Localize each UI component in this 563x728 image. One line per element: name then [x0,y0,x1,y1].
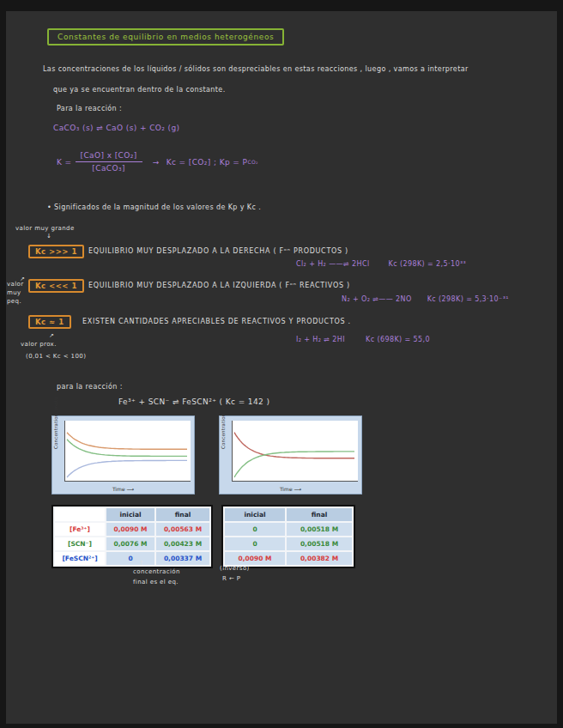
col-header-inicial: inicial [106,507,155,522]
left-chart-ylabel: Concentration, mol/L [53,396,58,449]
footnote-concentracion: concentración [133,568,180,575]
cell-inicial: 0,0090 M [106,522,155,537]
row-label: [Fe³⁺] [54,522,106,537]
down-arrow-icon: ↓ [46,233,51,240]
example-no: N₂ + O₂ ⇌—— 2NO Kc (298K) = 5,3·10⁻³¹ [342,295,509,303]
example-hi: I₂ + H₂ ⇌ 2HI Kc (698K) = 55,0 [296,336,430,343]
right-arrow-icon: → [153,158,160,167]
intro-line-2: que ya se encuentran dentro de la consta… [53,86,226,94]
no-equation: N₂ + O₂ ⇌—— 2NO [342,295,412,303]
left-chart-lines [65,421,191,480]
k-denominator: [CaCO₃] [76,162,142,173]
caption-displaced-right: EQUILIBRIO MUY DESPLAZADO A LA DERECHA (… [88,247,348,255]
footnote-inverso: (inverso) [220,565,250,572]
row-label: [SCN⁻] [54,537,106,551]
cell-inicial: 0 [224,522,286,537]
table-row: [SCN⁻] 0,0076 M 0,00423 M [54,537,210,551]
cell-final: 0,00563 M [155,522,210,537]
table-row: [Fe³⁺] 0,0090 M 0,00563 M [54,522,210,537]
cell-inicial: 0,0076 M [106,537,155,551]
kc-approx-one-box: Kc ≈ 1 [28,315,71,329]
cell-inicial: 0,0090 M [224,551,286,566]
cell-inicial: 0 [224,537,286,551]
hcl-equation: Cl₂ + H₂ ——⇌ 2HCl [296,260,370,268]
no-kc-value: Kc (298K) = 5,3·10⁻³¹ [427,295,509,303]
k-numerator: [CaO] x [CO₂] [76,151,142,162]
k-expression: K = [CaO] x [CO₂] [CaCO₃] → Kc = [CO₂] ;… [57,151,258,173]
cell-inicial: 0 [106,551,155,566]
table-row: 0,0090 M 0,00382 M [224,551,353,566]
footnote-final-eq: final es el eq. [133,579,179,585]
page-margin-bottom [0,724,563,728]
col-header-final: final [155,507,210,522]
left-chart-plot-area [64,421,191,482]
page-margin-right [557,0,563,728]
footnote-r-from-p: R ← P [222,575,240,582]
page-margin-top [0,0,563,11]
right-chart-plot-area [232,421,358,482]
caption-appreciable-amounts: EXISTEN CANTIDADES APRECIABLES DE REACTI… [82,318,351,325]
cell-final: 0,00423 M [155,537,210,551]
forward-approach-chart: Concentration, mol/L Time ⟶ [51,416,195,494]
significance-heading: • Significados de la magnitud de los val… [47,203,261,211]
reverse-approach-chart: Concentration, mol/L Time ⟶ [219,416,362,494]
page-margin-left [0,0,6,728]
hcl-kc-value: Kc (298K) = 2,5·10³³ [389,260,467,268]
fescn-equation: Fe³⁺ + SCN⁻ ⇌ FeSCN²⁺ ( Kc = 142 ) [118,397,269,406]
hi-equation: I₂ + H₂ ⇌ 2HI [296,336,345,343]
table-header-row: inicial final [224,507,353,522]
for-reaction-label: Para la reacción : [57,105,122,112]
k-fraction: [CaO] x [CO₂] [CaCO₃] [76,151,142,173]
cell-final: 0,00337 M [155,551,210,566]
cell-final: 0,00518 M [286,522,353,537]
right-chart-ylabel: Concentration, mol/L [221,396,226,449]
hi-kc-value: Kc (698K) = 55,0 [366,336,430,343]
table-row: [FeSCN²⁺] 0 0,00337 M [54,551,210,566]
fescn-reaction-label: para la reacción : [57,383,123,391]
right-chart-lines [233,421,358,480]
cell-final: 0,00382 M [286,551,353,566]
kc-much-less-box: Kc <<< 1 [28,279,84,293]
up-arrow-icon: ↗ [49,332,54,339]
cell-final: 0,00518 M [286,537,353,551]
left-concentration-table: inicial final [Fe³⁺] 0,0090 M 0,00563 M … [51,505,213,568]
col-header-final: final [286,507,353,522]
k-result-subscript: CO₂ [247,159,258,165]
table-header-row: inicial final [54,507,210,522]
example-hcl: Cl₂ + H₂ ——⇌ 2HCl Kc (298K) = 2,5·10³³ [296,260,466,268]
intro-line-1: Las concentraciones de los líquidos / só… [43,65,469,73]
notes-page: Constantes de equilibrio en medios heter… [0,0,563,728]
note-peq: peq. [7,298,21,305]
empty-header-cell [54,507,106,522]
note-muy: muy [7,289,21,296]
up-arrow-icon: ↑ [139,560,144,567]
up-right-arrow-icon: ↗ [20,276,25,282]
k-lhs: K = [57,158,72,167]
right-concentration-table: inicial final 0 0,00518 M 0 0,00518 M 0,… [221,505,355,568]
note-valor-muy-grande: valor muy grande [15,225,75,232]
right-chart-xlabel: Time ⟶ [220,486,361,492]
page-title: Constantes de equilibrio en medios heter… [47,28,284,46]
table-row: 0 0,00518 M [224,522,353,537]
table-row: 0 0,00518 M [224,537,353,551]
k-result: Kc = [CO₂] ; Kp = P [166,158,248,167]
kc-much-greater-box: Kc >>> 1 [28,245,84,258]
caption-displaced-left: EQUILIBRIO MUY DESPLAZADO A LA IZQUIERDA… [88,282,350,289]
col-header-inicial: inicial [224,507,286,522]
row-label: [FeSCN²⁺] [54,551,106,566]
note-kc-range: (0,01 < Kc < 100) [26,353,86,360]
left-chart-xlabel: Time ⟶ [52,486,194,492]
note-valor-prox: valor prox. [21,341,57,348]
caco3-equation: CaCO₃ (s) ⇌ CaO (s) + CO₂ (g) [53,124,180,132]
